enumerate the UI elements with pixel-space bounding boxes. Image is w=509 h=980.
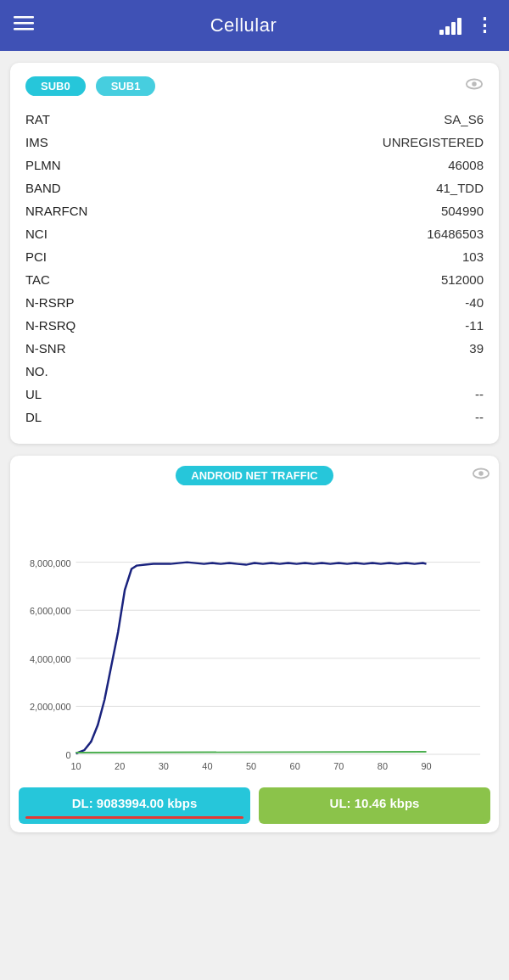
table-row: PLMN46008 — [25, 154, 484, 176]
row-value: 39 — [469, 341, 484, 356]
table-row: NRARFCN504990 — [25, 199, 484, 222]
signal-strength-icon — [439, 16, 461, 35]
top-bar: Cellular ⋮ — [0, 0, 509, 51]
row-value: SA_S6 — [444, 112, 484, 126]
chart-visibility-icon[interactable] — [472, 464, 490, 487]
row-label: NO. — [25, 364, 110, 378]
table-row: IMSUNREGISTERED — [25, 131, 484, 154]
row-label: UL — [25, 387, 110, 401]
svg-text:20: 20 — [115, 761, 125, 771]
row-value: 41_TDD — [436, 181, 484, 195]
visibility-icon[interactable] — [465, 75, 484, 98]
chart-svg: 0 2,000,000 4,000,000 6,000,000 8,000,00… — [19, 492, 490, 781]
dl-stat-label: DL: 9083994.00 kbps — [72, 796, 198, 810]
svg-text:80: 80 — [378, 761, 388, 771]
row-label: BAND — [25, 181, 110, 195]
svg-point-6 — [478, 471, 484, 476]
row-value: -- — [475, 410, 484, 424]
row-value: -40 — [465, 295, 484, 310]
svg-rect-1 — [14, 22, 34, 25]
svg-text:70: 70 — [333, 761, 344, 771]
row-label: TAC — [25, 272, 110, 287]
sub0-tab[interactable]: SUB0 — [25, 76, 86, 96]
sub1-tab[interactable]: SUB1 — [96, 76, 156, 96]
cellular-info-card: SUB0 SUB1 RATSA_S6IMSUNREGISTEREDPLMN460… — [10, 63, 499, 444]
table-row: UL-- — [25, 383, 484, 406]
row-label: N-RSRP — [25, 295, 110, 310]
svg-text:90: 90 — [421, 761, 431, 771]
svg-text:4,000,000: 4,000,000 — [30, 654, 71, 664]
row-value: UNREGISTERED — [383, 135, 484, 149]
row-label: NRARFCN — [25, 204, 110, 218]
row-label: DL — [25, 410, 110, 424]
page-title: Cellular — [48, 14, 439, 36]
svg-text:50: 50 — [246, 761, 256, 771]
ul-stat-label: UL: 10.46 kbps — [330, 796, 420, 810]
svg-text:40: 40 — [202, 761, 212, 771]
dl-stat-box: DL: 9083994.00 kbps — [19, 787, 250, 824]
svg-rect-2 — [14, 28, 34, 31]
svg-text:30: 30 — [159, 761, 169, 771]
dl-underline — [25, 816, 243, 819]
svg-text:6,000,000: 6,000,000 — [30, 606, 71, 616]
row-label: RAT — [25, 112, 110, 126]
ul-stat-box: UL: 10.46 kbps — [259, 787, 490, 824]
top-bar-actions: ⋮ — [439, 14, 495, 36]
row-label: NCI — [25, 227, 110, 241]
net-traffic-chart: 0 2,000,000 4,000,000 6,000,000 8,000,00… — [19, 492, 490, 781]
chart-header: ANDROID NET TRAFFIC — [19, 466, 490, 485]
table-row: NCI16486503 — [25, 222, 484, 245]
svg-text:0: 0 — [65, 750, 70, 760]
svg-text:8,000,000: 8,000,000 — [30, 558, 71, 568]
row-value: 46008 — [448, 158, 484, 172]
table-row: BAND41_TDD — [25, 176, 484, 199]
menu-icon[interactable] — [14, 13, 34, 38]
row-value: -- — [475, 387, 484, 401]
svg-text:10: 10 — [70, 761, 81, 771]
row-label: PLMN — [25, 158, 110, 172]
chart-card: ANDROID NET TRAFFIC 0 2,000,000 4,000,00… — [10, 456, 499, 832]
row-value: 16486503 — [427, 227, 484, 241]
svg-text:2,000,000: 2,000,000 — [30, 702, 71, 712]
table-row: NO. — [25, 360, 484, 383]
table-row: DL-- — [25, 406, 484, 428]
row-value: 103 — [462, 249, 484, 264]
svg-rect-0 — [14, 16, 34, 19]
table-row: N-RSRP-40 — [25, 291, 484, 314]
row-value: 512000 — [441, 272, 484, 287]
table-row: PCI103 — [25, 245, 484, 268]
chart-title: ANDROID NET TRAFFIC — [176, 466, 333, 485]
row-value: 504990 — [441, 204, 484, 218]
svg-point-4 — [472, 81, 477, 87]
chart-stats: DL: 9083994.00 kbps UL: 10.46 kbps — [19, 787, 490, 824]
table-row: N-RSRQ-11 — [25, 314, 484, 337]
info-table: RATSA_S6IMSUNREGISTEREDPLMN46008BAND41_T… — [25, 108, 484, 428]
row-label: IMS — [25, 135, 110, 149]
more-options-icon[interactable]: ⋮ — [475, 14, 495, 36]
row-label: N-RSRQ — [25, 318, 110, 333]
ul-underline — [266, 816, 484, 819]
row-label: N-SNR — [25, 341, 110, 356]
table-row: TAC512000 — [25, 268, 484, 291]
row-label: PCI — [25, 249, 110, 264]
row-value: -11 — [465, 318, 484, 333]
table-row: RATSA_S6 — [25, 108, 484, 131]
table-row: N-SNR39 — [25, 337, 484, 360]
sub-tab-row: SUB0 SUB1 — [25, 75, 484, 98]
svg-text:60: 60 — [290, 761, 300, 771]
